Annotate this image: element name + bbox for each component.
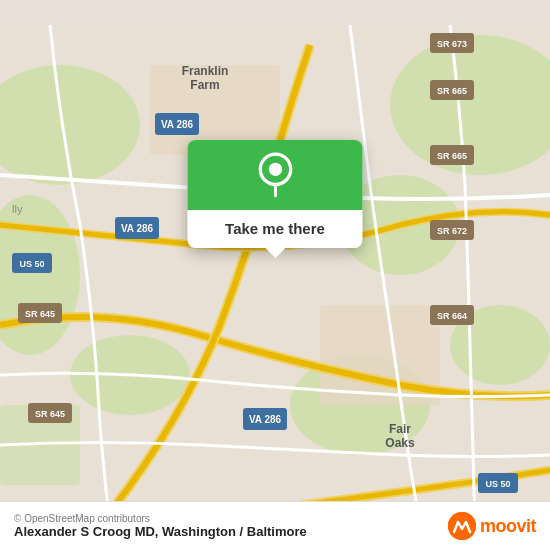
svg-text:US 50: US 50 <box>19 259 44 269</box>
moovit-text: moovit <box>480 516 536 537</box>
bottom-bar: © OpenStreetMap contributors Alexander S… <box>0 501 550 550</box>
svg-text:Franklin: Franklin <box>182 64 229 78</box>
svg-text:VA 286: VA 286 <box>249 414 282 425</box>
popup-action[interactable]: Take me there <box>188 210 363 248</box>
svg-point-41 <box>268 163 281 176</box>
svg-text:Fair: Fair <box>389 422 411 436</box>
svg-text:SR 664: SR 664 <box>437 311 467 321</box>
svg-text:SR 665: SR 665 <box>437 86 467 96</box>
svg-text:SR 645: SR 645 <box>25 309 55 319</box>
svg-text:lly: lly <box>12 203 23 215</box>
take-me-there-button[interactable]: Take me there <box>225 220 325 237</box>
svg-text:Oaks: Oaks <box>385 436 415 450</box>
svg-text:VA 286: VA 286 <box>121 223 154 234</box>
popup-header <box>188 140 363 210</box>
svg-point-42 <box>448 512 476 540</box>
svg-text:SR 645: SR 645 <box>35 409 65 419</box>
location-pin-icon <box>256 156 294 194</box>
bottom-info: © OpenStreetMap contributors Alexander S… <box>14 513 307 539</box>
map-container: VA 286 VA 286 VA 286 SR 673 SR 665 SR 66… <box>0 0 550 550</box>
map-attribution: © OpenStreetMap contributors <box>14 513 307 524</box>
svg-text:Farm: Farm <box>190 78 219 92</box>
moovit-icon <box>448 512 476 540</box>
svg-text:US 50: US 50 <box>485 479 510 489</box>
svg-text:SR 665: SR 665 <box>437 151 467 161</box>
svg-text:SR 672: SR 672 <box>437 226 467 236</box>
map-background: VA 286 VA 286 VA 286 SR 673 SR 665 SR 66… <box>0 0 550 550</box>
location-label: Alexander S Croog MD, Washington / Balti… <box>14 524 307 539</box>
svg-text:VA 286: VA 286 <box>161 119 194 130</box>
moovit-branding: moovit <box>448 512 536 540</box>
popup-arrow <box>265 248 285 258</box>
svg-text:SR 673: SR 673 <box>437 39 467 49</box>
location-popup: Take me there <box>188 140 363 248</box>
